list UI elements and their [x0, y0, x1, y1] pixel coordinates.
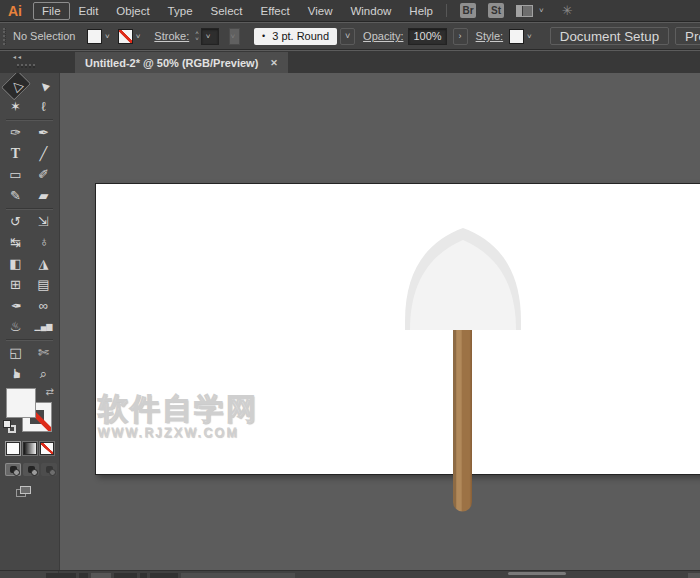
menu-help[interactable]: Help [400, 2, 442, 20]
menu-type[interactable]: Type [159, 2, 202, 20]
status-bar-segment [181, 573, 295, 578]
draw-normal-button[interactable] [5, 463, 21, 476]
stock-button[interactable]: St [488, 3, 504, 18]
preferences-button[interactable]: Pref [675, 27, 700, 45]
fill-stroke-indicator: ⇄ [2, 387, 57, 435]
pen-tool[interactable]: ✑ [4, 123, 28, 142]
menu-window[interactable]: Window [341, 2, 400, 20]
document-tab[interactable]: Untitled-2* @ 50% (RGB/Preview) ✕ [75, 52, 288, 73]
artboard-tool[interactable]: ◱ [4, 343, 28, 362]
menu-effect[interactable]: Effect [252, 2, 299, 20]
style-panel-link[interactable]: Style: [476, 30, 504, 42]
stroke-width-field[interactable]: ˅ [201, 28, 220, 45]
gradient-button[interactable] [23, 442, 37, 455]
style-swatch[interactable] [509, 29, 524, 44]
workspace: △▲✶ℓ✑✒T╱▭✐✎▰↺⇲↹♀◧◮⊞▤✒∞♨▁▄▆◱✄☛⌕ ⇄ 软件自学网 W… [0, 73, 700, 570]
rotate-tool[interactable]: ↺ [4, 212, 28, 231]
type-tool[interactable]: T [4, 144, 28, 163]
tool-grid: △▲✶ℓ✑✒T╱▭✐✎▰↺⇲↹♀◧◮⊞▤✒∞♨▁▄▆◱✄☛⌕ [0, 73, 59, 384]
paintbrush-tool[interactable]: ✐ [32, 165, 56, 184]
slice-tool[interactable]: ✄ [32, 343, 56, 362]
blend-tool[interactable]: ∞ [32, 296, 56, 315]
status-bar-segment [140, 573, 147, 578]
control-bar-grip[interactable] [3, 28, 6, 45]
gradient-tool[interactable]: ▤ [32, 275, 56, 294]
status-bar-segment [150, 573, 178, 578]
style-chevron-icon[interactable]: ˅ [527, 32, 532, 41]
drawing-mode-buttons [5, 463, 59, 476]
variable-width-profile-button[interactable]: • 3 pt. Round [254, 28, 337, 45]
line-segment-tool[interactable]: ╱ [32, 144, 56, 163]
color-button[interactable] [6, 442, 20, 455]
opacity-chevron[interactable]: › [453, 28, 468, 45]
zoom-tool[interactable]: ⌕ [32, 364, 56, 383]
menu-object[interactable]: Object [107, 2, 158, 20]
tool-group-separator [6, 339, 53, 340]
swap-fill-stroke-icon[interactable]: ⇄ [46, 386, 54, 397]
curvature-tool[interactable]: ✒ [32, 123, 56, 142]
document-tab-title: Untitled-2* @ 50% (RGB/Preview) [85, 57, 258, 69]
fill-chevron-icon[interactable]: ˅ [105, 32, 110, 41]
magic-wand-tool[interactable]: ✶ [4, 97, 28, 116]
eyedropper-tool[interactable]: ✒ [4, 296, 28, 315]
horizontal-scrollbar-thumb[interactable] [508, 572, 566, 575]
workspace-switcher-icon[interactable] [516, 5, 533, 17]
fill-color-swatch[interactable] [87, 29, 102, 44]
close-tab-icon[interactable]: ✕ [270, 58, 278, 68]
toolbar-grip[interactable] [17, 64, 37, 68]
menu-edit[interactable]: Edit [70, 2, 108, 20]
status-bar-segment [79, 573, 88, 578]
scale-tool[interactable]: ⇲ [32, 212, 56, 231]
default-fill-stroke-icon[interactable] [3, 420, 16, 433]
draw-inside-button [41, 463, 57, 476]
opacity-field[interactable]: 100% [408, 28, 446, 45]
shaper-tool[interactable]: ✎ [4, 186, 28, 205]
status-bar-segment [91, 573, 111, 578]
color-mode-buttons [6, 442, 59, 455]
tool-group-separator [6, 208, 53, 209]
eraser-tool[interactable]: ▰ [32, 186, 56, 205]
document-tab-bar: ◄◄ Untitled-2* @ 50% (RGB/Preview) ✕ [0, 51, 700, 73]
column-graph-tool[interactable]: ▁▄▆ [32, 317, 56, 336]
stroke-width-stepper[interactable]: ˄˅ [195, 30, 199, 42]
rectangle-tool[interactable]: ▭ [4, 165, 28, 184]
menu-list: FileEditObjectTypeSelectEffectViewWindow… [33, 2, 442, 20]
width-tool[interactable]: ↹ [4, 233, 28, 252]
symbol-sprayer-tool[interactable]: ♨ [4, 317, 28, 336]
fill-indicator[interactable] [6, 388, 36, 418]
document-setup-button[interactable]: Document Setup [550, 27, 669, 45]
stroke-color-swatch[interactable] [118, 29, 133, 44]
watermark: 软件自学网 WWW.RJZXW.COM [98, 393, 258, 440]
status-bar-segment [688, 573, 700, 578]
menu-select[interactable]: Select [202, 2, 252, 20]
none-button[interactable] [40, 442, 54, 455]
draw-behind-button[interactable] [23, 463, 39, 476]
tools-panel: △▲✶ℓ✑✒T╱▭✐✎▰↺⇲↹♀◧◮⊞▤✒∞♨▁▄▆◱✄☛⌕ ⇄ [0, 73, 60, 570]
change-screen-mode-icon[interactable] [16, 486, 31, 497]
hand-tool[interactable]: ☛ [6, 362, 25, 386]
opacity-panel-link[interactable]: Opacity: [363, 30, 403, 42]
shape-builder-tool[interactable]: ◧ [4, 254, 28, 273]
sync-status-icon: ✳ [562, 3, 573, 18]
stroke-panel-link[interactable]: Stroke: [154, 30, 189, 42]
control-bar: No Selection ˅ ˅ Stroke: ˄˅ ˅ ˅ • 3 pt. … [0, 23, 700, 50]
watermark-text-url: WWW.RJZXW.COM [98, 426, 258, 440]
perspective-grid-tool[interactable]: ◮ [32, 254, 56, 273]
mesh-tool[interactable]: ⊞ [4, 275, 28, 294]
menu-bar: Ai FileEditObjectTypeSelectEffectViewWin… [0, 0, 700, 22]
canvas-area[interactable]: 软件自学网 WWW.RJZXW.COM [60, 73, 700, 570]
menubar-divider [446, 4, 447, 17]
watermark-text-cn: 软件自学网 [98, 393, 258, 425]
workspace-chevron-icon[interactable]: ˅ [539, 6, 544, 15]
collapse-panel-icon[interactable]: ◄◄ [12, 54, 22, 60]
stroke-chevron-icon[interactable]: ˅ [136, 32, 141, 41]
lasso-tool[interactable]: ℓ [32, 97, 56, 116]
status-bar-segment [114, 573, 137, 578]
puppet-warp-tool[interactable]: ♀ [32, 233, 56, 252]
brush-dropdown-chevron[interactable]: ˅ [340, 28, 355, 45]
bridge-button[interactable]: Br [460, 3, 476, 18]
brush-dot-icon: • [262, 31, 265, 41]
menu-view[interactable]: View [299, 2, 342, 20]
status-bar-segment [46, 573, 76, 578]
menu-file[interactable]: File [33, 2, 70, 20]
